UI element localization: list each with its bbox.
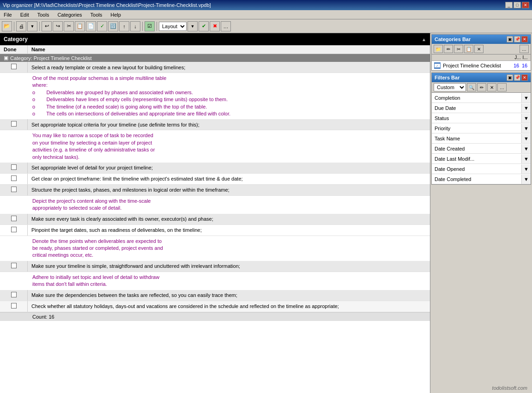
toolbar-btn-12[interactable]: ↓ bbox=[130, 21, 140, 31]
checkbox-cell bbox=[0, 290, 28, 301]
task-checkbox[interactable] bbox=[11, 292, 17, 297]
note-row: Adhere to initially set topic and level … bbox=[0, 272, 430, 290]
table-row: Pinpoint the target dates, such as readi… bbox=[0, 225, 430, 236]
filter-bar-pin-btn[interactable]: 📌 bbox=[514, 74, 520, 81]
filter-bar-close-btn[interactable]: ✕ bbox=[521, 74, 528, 81]
filter-dropdown-dateopened[interactable]: ▼ bbox=[521, 164, 531, 174]
toolbar-btn-11[interactable]: ↑ bbox=[119, 21, 129, 31]
task-checkbox[interactable] bbox=[11, 187, 17, 192]
filter-toolbar: Custom 🔍 ✏ ✕ … bbox=[432, 82, 531, 93]
filter-toolbar-btn-3[interactable]: ✕ bbox=[487, 83, 496, 91]
title-bar-buttons: _ □ ✕ bbox=[505, 2, 529, 8]
note-row: Denote the time points when deliverables… bbox=[0, 236, 430, 261]
toolbar-btn-ok[interactable]: ✔ bbox=[199, 21, 209, 31]
filter-dropdown-taskname[interactable]: ▼ bbox=[521, 134, 531, 143]
menu-categories[interactable]: Categories bbox=[55, 12, 84, 18]
task-text: Select a ready template or create a new … bbox=[31, 65, 185, 70]
note-row: One of the most popular schemas is a sim… bbox=[0, 73, 430, 119]
menu-tools2[interactable]: Tools bbox=[89, 12, 104, 18]
menu-file[interactable]: File bbox=[2, 12, 14, 18]
toolbar-sep-3 bbox=[142, 22, 143, 31]
cat-toolbar-btn-2[interactable]: ✏ bbox=[444, 45, 453, 53]
toolbar-btn-more[interactable]: … bbox=[221, 21, 231, 31]
toolbar-btn-2[interactable]: 🖨 bbox=[16, 21, 26, 31]
maximize-button[interactable]: □ bbox=[514, 2, 521, 8]
toolbar-btn-7[interactable]: 📋 bbox=[75, 21, 85, 31]
filter-label-completion: Completion bbox=[432, 94, 521, 102]
menu-edit[interactable]: Edit bbox=[18, 12, 31, 18]
col-name-header: Name bbox=[28, 45, 430, 54]
filter-label-datecompleted: Date Completed bbox=[432, 175, 521, 183]
cat-toolbar-btn-1[interactable]: 📁 bbox=[434, 45, 443, 53]
filter-custom-select[interactable]: Custom bbox=[434, 83, 466, 91]
table-row: Make sure every task is clearly associat… bbox=[0, 214, 430, 225]
filter-row-taskname: Task Name ▼ bbox=[432, 133, 531, 144]
checkbox-cell bbox=[0, 62, 28, 73]
task-checkbox[interactable] bbox=[11, 121, 17, 127]
toolbar-btn-6[interactable]: ✂ bbox=[64, 21, 74, 31]
toolbar-btn-5[interactable]: ↪ bbox=[53, 21, 63, 31]
task-text: Make sure every task is clearly associat… bbox=[31, 216, 213, 222]
categories-bar-header-btns: ▣ 📌 ✕ bbox=[507, 36, 528, 42]
sort-icon[interactable]: ▲ bbox=[422, 37, 426, 42]
menu-bar: File Edit Tools Categories Tools Help bbox=[0, 10, 532, 19]
filter-dropdown-datecreated[interactable]: ▼ bbox=[521, 144, 531, 153]
checkbox-cell bbox=[0, 119, 28, 130]
filter-dropdown-completion[interactable]: ▼ bbox=[521, 93, 531, 103]
task-checkbox[interactable] bbox=[11, 164, 17, 170]
filter-toolbar-btn-1[interactable]: 🔍 bbox=[467, 83, 476, 91]
toolbar: 📂 🖨 ▼ ↩ ↪ ✂ 📋 📄 ✓ 🔢 ↑ ↓ ☑ Layout ▼ ✔ ✖ … bbox=[0, 19, 532, 33]
menu-tools[interactable]: Tools bbox=[36, 12, 51, 18]
table-row: Check whether all statutory holidays, da… bbox=[0, 301, 430, 312]
cat-toolbar-btn-6[interactable]: … bbox=[520, 45, 529, 53]
close-button[interactable]: ✕ bbox=[522, 2, 529, 8]
cat-toolbar-btn-3[interactable]: ✂ bbox=[454, 45, 463, 53]
toolbar-btn-checked[interactable]: ☑ bbox=[145, 21, 155, 31]
layout-apply-btn[interactable]: ▼ bbox=[187, 21, 198, 31]
filter-label-taskname: Task Name bbox=[432, 135, 521, 142]
toolbar-btn-9[interactable]: ✓ bbox=[97, 21, 107, 31]
cat-toolbar-btn-4[interactable]: 📋 bbox=[464, 45, 473, 53]
filter-toolbar-btn-4[interactable]: … bbox=[497, 83, 507, 91]
task-checkbox[interactable] bbox=[11, 175, 17, 181]
task-text: Set appropriate level of detail for your… bbox=[31, 165, 153, 170]
filters-bar-header: Filters Bar ▣ 📌 ✕ bbox=[432, 73, 531, 82]
task-checkbox[interactable] bbox=[11, 263, 17, 268]
filter-row-priority: Priority ▼ bbox=[432, 123, 531, 133]
filter-dropdown-priority[interactable]: ▼ bbox=[521, 124, 531, 133]
layout-select[interactable]: Layout bbox=[159, 22, 187, 31]
task-checkbox[interactable] bbox=[11, 216, 17, 221]
checkbox-cell bbox=[0, 225, 28, 236]
filter-dropdown-duedate[interactable]: ▼ bbox=[521, 103, 531, 113]
table-row: Get clear on project timeframe: limit th… bbox=[0, 174, 430, 185]
filter-dropdown-status[interactable]: ▼ bbox=[521, 114, 531, 123]
toolbar-btn-10[interactable]: 🔢 bbox=[108, 21, 118, 31]
toolbar-btn-3[interactable]: ▼ bbox=[27, 21, 37, 31]
task-checkbox[interactable] bbox=[11, 227, 17, 232]
cat-toolbar-btn-5[interactable]: ✕ bbox=[474, 45, 484, 53]
filter-bar-restore-btn[interactable]: ▣ bbox=[507, 74, 513, 81]
cat-expand-icon[interactable]: ▣ bbox=[4, 55, 8, 61]
toolbar-btn-1[interactable]: 📂 bbox=[2, 21, 12, 31]
filter-dropdown-datelastmod[interactable]: ▼ bbox=[521, 154, 531, 163]
cat-bar-pin-btn[interactable]: 📌 bbox=[514, 36, 520, 42]
toolbar-btn-cancel[interactable]: ✖ bbox=[210, 21, 220, 31]
task-checkbox[interactable] bbox=[11, 64, 17, 69]
cat-bar-close-btn[interactable]: ✕ bbox=[521, 36, 528, 42]
task-checkbox[interactable] bbox=[11, 303, 17, 308]
filter-row-datelastmod: Date Last Modif... ▼ bbox=[432, 154, 531, 164]
checklist-content[interactable]: ▣ Category: Project Timeline Checklist S… bbox=[0, 54, 430, 393]
minimize-button[interactable]: _ bbox=[505, 2, 513, 8]
column-headers: Done Name bbox=[0, 45, 430, 54]
toolbar-btn-4[interactable]: ↩ bbox=[42, 21, 52, 31]
cat-list-item[interactable]: ✓ Project Timeline Checklist 16 16 bbox=[432, 61, 531, 70]
cat-header-i: I... bbox=[521, 55, 529, 60]
filter-label-priority: Priority bbox=[432, 125, 521, 132]
filter-toolbar-btn-2[interactable]: ✏ bbox=[477, 83, 486, 91]
count-text: Count: 16 bbox=[32, 314, 54, 320]
cat-bar-restore-btn[interactable]: ▣ bbox=[507, 36, 513, 42]
task-name-cell: Get clear on project timeframe: limit th… bbox=[28, 175, 430, 183]
menu-help[interactable]: Help bbox=[109, 12, 123, 18]
filter-dropdown-datecompleted[interactable]: ▼ bbox=[521, 175, 531, 184]
toolbar-btn-8[interactable]: 📄 bbox=[86, 21, 96, 31]
